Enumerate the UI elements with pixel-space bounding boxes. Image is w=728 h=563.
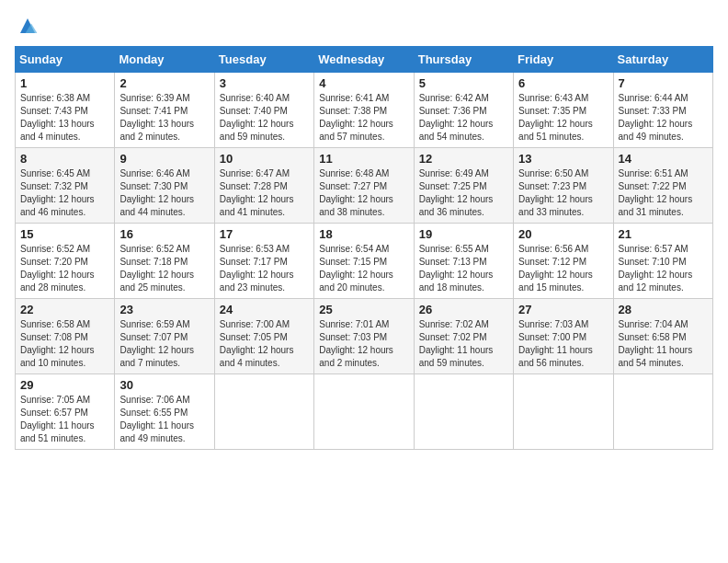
day-info: Sunrise: 6:56 AMSunset: 7:12 PMDaylight:… [518,243,608,294]
day-number: 30 [119,378,209,392]
calendar-week-row: 29Sunrise: 7:05 AMSunset: 6:57 PMDayligh… [16,374,713,450]
calendar-day-cell: 8Sunrise: 6:45 AMSunset: 7:32 PMDaylight… [16,148,115,224]
day-number: 11 [319,152,408,166]
calendar-day-cell: 20Sunrise: 6:56 AMSunset: 7:12 PMDayligh… [514,224,613,299]
day-number: 1 [20,76,109,90]
day-number: 29 [20,378,109,392]
calendar-body: 1Sunrise: 6:38 AMSunset: 7:43 PMDaylight… [16,73,713,450]
day-info: Sunrise: 7:04 AMSunset: 6:58 PMDaylight:… [619,318,708,370]
day-info: Sunrise: 6:46 AMSunset: 7:30 PMDaylight:… [119,167,209,219]
calendar-header-wednesday: Wednesday [314,47,414,73]
day-info: Sunrise: 7:00 AMSunset: 7:05 PMDaylight:… [220,318,309,370]
calendar-header-sunday: Sunday [16,47,115,73]
calendar-day-cell: 22Sunrise: 6:58 AMSunset: 7:08 PMDayligh… [16,299,115,374]
calendar-day-cell: 1Sunrise: 6:38 AMSunset: 7:43 PMDaylight… [16,73,115,148]
calendar-header-friday: Friday [514,47,613,73]
day-info: Sunrise: 6:51 AMSunset: 7:22 PMDaylight:… [619,167,708,219]
day-info: Sunrise: 6:43 AMSunset: 7:35 PMDaylight:… [518,92,608,144]
day-number: 17 [220,227,309,241]
day-info: Sunrise: 6:41 AMSunset: 7:38 PMDaylight:… [319,92,408,144]
calendar-day-cell: 18Sunrise: 6:54 AMSunset: 7:15 PMDayligh… [314,224,414,299]
header [15,15,713,37]
calendar-table: SundayMondayTuesdayWednesdayThursdayFrid… [15,46,713,450]
day-info: Sunrise: 7:03 AMSunset: 7:00 PMDaylight:… [518,318,608,370]
day-number: 28 [619,303,708,316]
day-info: Sunrise: 6:57 AMSunset: 7:10 PMDaylight:… [619,243,708,294]
day-info: Sunrise: 7:01 AMSunset: 7:03 PMDaylight:… [319,318,408,370]
day-number: 10 [220,152,309,166]
calendar-day-cell: 13Sunrise: 6:50 AMSunset: 7:23 PMDayligh… [514,148,613,224]
day-number: 21 [619,227,708,241]
day-number: 14 [619,152,708,166]
day-number: 24 [220,303,309,316]
day-number: 16 [119,227,209,241]
day-info: Sunrise: 7:05 AMSunset: 6:57 PMDaylight:… [20,394,109,445]
calendar-day-cell: 21Sunrise: 6:57 AMSunset: 7:10 PMDayligh… [613,224,712,299]
calendar-day-cell: 17Sunrise: 6:53 AMSunset: 7:17 PMDayligh… [214,224,313,299]
calendar-day-cell: 14Sunrise: 6:51 AMSunset: 7:22 PMDayligh… [613,148,712,224]
day-info: Sunrise: 6:49 AMSunset: 7:25 PMDaylight:… [419,167,508,219]
day-info: Sunrise: 6:44 AMSunset: 7:33 PMDaylight:… [619,92,708,144]
calendar-header-thursday: Thursday [414,47,513,73]
empty-cell [613,374,712,450]
calendar-day-cell: 15Sunrise: 6:52 AMSunset: 7:20 PMDayligh… [16,224,115,299]
calendar-day-cell: 23Sunrise: 6:59 AMSunset: 7:07 PMDayligh… [115,299,214,374]
day-info: Sunrise: 6:53 AMSunset: 7:17 PMDaylight:… [220,243,309,294]
calendar-week-row: 22Sunrise: 6:58 AMSunset: 7:08 PMDayligh… [16,299,713,374]
calendar-day-cell: 26Sunrise: 7:02 AMSunset: 7:02 PMDayligh… [414,299,513,374]
logo-icon [17,15,39,37]
day-info: Sunrise: 6:38 AMSunset: 7:43 PMDaylight:… [20,92,109,144]
day-number: 6 [518,76,608,90]
day-info: Sunrise: 6:55 AMSunset: 7:13 PMDaylight:… [419,243,508,294]
empty-cell [414,374,513,450]
day-number: 4 [319,76,408,90]
calendar-day-cell: 3Sunrise: 6:40 AMSunset: 7:40 PMDaylight… [214,73,313,148]
logo [15,15,39,37]
day-info: Sunrise: 6:45 AMSunset: 7:32 PMDaylight:… [20,167,109,219]
day-info: Sunrise: 6:52 AMSunset: 7:18 PMDaylight:… [119,243,209,294]
day-info: Sunrise: 6:40 AMSunset: 7:40 PMDaylight:… [220,92,309,144]
day-info: Sunrise: 6:50 AMSunset: 7:23 PMDaylight:… [518,167,608,219]
day-number: 20 [518,227,608,241]
calendar-day-cell: 29Sunrise: 7:05 AMSunset: 6:57 PMDayligh… [16,374,115,450]
calendar-day-cell: 9Sunrise: 6:46 AMSunset: 7:30 PMDaylight… [115,148,214,224]
day-info: Sunrise: 6:48 AMSunset: 7:27 PMDaylight:… [319,167,408,219]
calendar-header-monday: Monday [115,47,214,73]
calendar-week-row: 8Sunrise: 6:45 AMSunset: 7:32 PMDaylight… [16,148,713,224]
day-info: Sunrise: 7:06 AMSunset: 6:55 PMDaylight:… [119,394,209,445]
calendar-day-cell: 6Sunrise: 6:43 AMSunset: 7:35 PMDaylight… [514,73,613,148]
page: SundayMondayTuesdayWednesdayThursdayFrid… [0,0,728,563]
calendar-week-row: 15Sunrise: 6:52 AMSunset: 7:20 PMDayligh… [16,224,713,299]
day-info: Sunrise: 6:54 AMSunset: 7:15 PMDaylight:… [319,243,408,294]
calendar-day-cell: 16Sunrise: 6:52 AMSunset: 7:18 PMDayligh… [115,224,214,299]
calendar-day-cell: 24Sunrise: 7:00 AMSunset: 7:05 PMDayligh… [214,299,313,374]
day-number: 26 [419,303,508,316]
calendar-day-cell: 19Sunrise: 6:55 AMSunset: 7:13 PMDayligh… [414,224,513,299]
empty-cell [514,374,613,450]
day-number: 25 [319,303,408,316]
calendar-day-cell: 4Sunrise: 6:41 AMSunset: 7:38 PMDaylight… [314,73,414,148]
day-info: Sunrise: 6:59 AMSunset: 7:07 PMDaylight:… [119,318,209,370]
day-info: Sunrise: 6:42 AMSunset: 7:36 PMDaylight:… [419,92,508,144]
day-number: 7 [619,76,708,90]
calendar-day-cell: 30Sunrise: 7:06 AMSunset: 6:55 PMDayligh… [115,374,214,450]
day-number: 9 [119,152,209,166]
calendar-day-cell: 5Sunrise: 6:42 AMSunset: 7:36 PMDaylight… [414,73,513,148]
calendar-header-row: SundayMondayTuesdayWednesdayThursdayFrid… [16,47,713,73]
calendar-day-cell: 2Sunrise: 6:39 AMSunset: 7:41 PMDaylight… [115,73,214,148]
day-number: 12 [419,152,508,166]
calendar-day-cell: 11Sunrise: 6:48 AMSunset: 7:27 PMDayligh… [314,148,414,224]
day-number: 13 [518,152,608,166]
day-number: 3 [220,76,309,90]
day-number: 27 [518,303,608,316]
calendar-day-cell: 12Sunrise: 6:49 AMSunset: 7:25 PMDayligh… [414,148,513,224]
day-number: 15 [20,227,109,241]
day-info: Sunrise: 6:52 AMSunset: 7:20 PMDaylight:… [20,243,109,294]
day-number: 22 [20,303,109,316]
day-number: 19 [419,227,508,241]
day-number: 18 [319,227,408,241]
empty-cell [214,374,313,450]
calendar-day-cell: 27Sunrise: 7:03 AMSunset: 7:00 PMDayligh… [514,299,613,374]
day-info: Sunrise: 6:47 AMSunset: 7:28 PMDaylight:… [220,167,309,219]
calendar-day-cell: 28Sunrise: 7:04 AMSunset: 6:58 PMDayligh… [613,299,712,374]
